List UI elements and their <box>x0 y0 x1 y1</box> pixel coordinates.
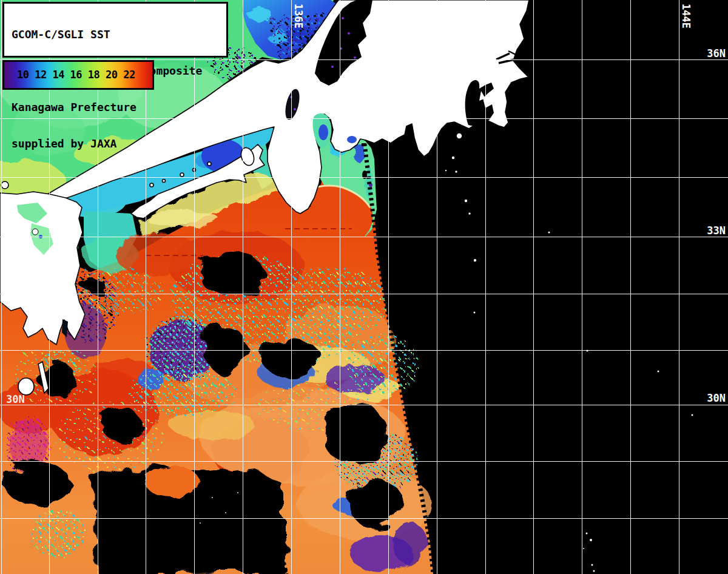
izu-island <box>455 171 458 174</box>
title-box: GCOM-C/SGLI SST 2026/03/23(UTC) Day Comp… <box>2 2 228 58</box>
title-line-region: Kanagawa Prefecture <box>12 101 226 113</box>
izu-island <box>464 199 468 203</box>
colorbar-tick-labels: 10 12 14 16 18 20 22 <box>4 62 152 88</box>
izu-island <box>445 169 447 172</box>
lat-label-33n: 33N <box>707 225 726 237</box>
title-line-product: GCOM-C/SGLI SST <box>12 29 226 41</box>
lat-label-36n: 36N <box>707 47 726 59</box>
inland-sea-island <box>207 162 211 166</box>
lon-label-136e: 136E <box>292 4 305 29</box>
sst-satellite-image: 136E 144E 36N 33N 30N 30N GCOM-C/SGLI SS… <box>0 0 728 574</box>
goto-island <box>1 181 8 189</box>
mikawa-bay <box>347 136 357 143</box>
lat-label-30n-right: 30N <box>707 392 726 404</box>
title-line-supplier: supplied by JAXA <box>12 138 226 150</box>
izu-island <box>456 133 462 139</box>
izu-island <box>473 258 477 262</box>
inland-sea-island <box>150 183 153 187</box>
yakushima-island <box>18 378 34 395</box>
inland-sea-island <box>180 173 184 177</box>
lon-label-144e: 144E <box>680 4 692 29</box>
lat-label-30n-left: 30N <box>6 393 25 405</box>
amakusa-island <box>32 229 38 235</box>
izu-island <box>451 156 455 160</box>
izu-island <box>468 212 471 215</box>
sst-colorbar: 10 12 14 16 18 20 22 <box>2 60 154 90</box>
inland-sea-island <box>163 180 166 183</box>
